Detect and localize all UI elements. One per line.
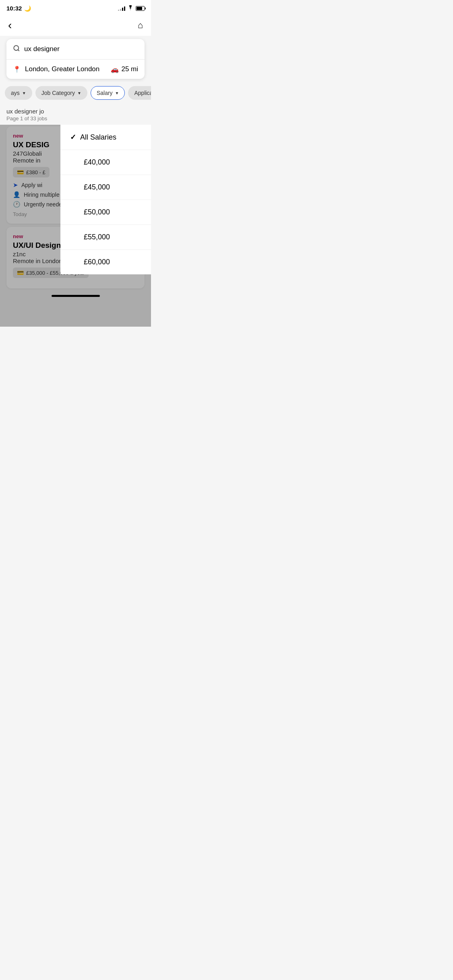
status-time: 10:32 <box>6 5 22 12</box>
distance-value[interactable]: 25 mi <box>121 65 138 73</box>
svg-line-1 <box>18 49 19 51</box>
salary-option-label-50k: £50,000 <box>84 208 110 216</box>
salary-option-50k[interactable]: £50,000 <box>60 200 151 225</box>
battery-icon <box>136 6 145 11</box>
salary-option-label-all: All Salaries <box>80 133 116 142</box>
results-query: ux designer jo <box>6 108 145 115</box>
chevron-down-icon: ▼ <box>115 91 119 95</box>
salary-option-45k[interactable]: £45,000 <box>60 175 151 200</box>
tab-days-label: ays <box>11 90 20 96</box>
results-count: Page 1 of 33 jobs <box>6 115 145 121</box>
salary-option-label-40k: £40,000 <box>84 158 110 167</box>
search-icon <box>13 45 20 54</box>
search-row[interactable]: ux designer <box>6 39 145 60</box>
nav-bar: ‹ ⌂ <box>0 15 151 36</box>
results-section: ux designer jo Page 1 of 33 jobs <box>0 104 151 123</box>
filter-tabs: ays ▼ Job Category ▼ Salary ▼ Applicatio… <box>0 82 151 104</box>
tab-application-label: Application <box>134 90 151 96</box>
chevron-down-icon: ▼ <box>22 91 26 95</box>
wifi-icon <box>127 5 134 11</box>
search-query[interactable]: ux designer <box>24 45 138 53</box>
location-icon: 📍 <box>13 66 21 73</box>
distance-wrap: 🚗 25 mi <box>111 65 138 73</box>
tab-application[interactable]: Application <box>128 86 151 100</box>
tab-job-category[interactable]: Job Category ▼ <box>35 86 87 100</box>
tab-salary[interactable]: Salary ▼ <box>91 86 125 100</box>
search-container: ux designer 📍 London, Greater London 🚗 2… <box>6 39 145 79</box>
status-bar: 10:32 🌙 <box>0 0 151 15</box>
salary-option-40k[interactable]: £40,000 <box>60 150 151 175</box>
back-button[interactable]: ‹ <box>8 19 12 32</box>
home-button[interactable]: ⌂ <box>138 20 143 31</box>
car-icon: 🚗 <box>111 66 119 73</box>
tab-salary-label: Salary <box>97 90 113 96</box>
salary-option-all[interactable]: ✓ All Salaries <box>60 125 151 150</box>
salary-dropdown: ✓ All Salaries £40,000 £45,000 £50,000 £… <box>60 125 151 274</box>
salary-option-label-45k: £45,000 <box>84 183 110 191</box>
svg-point-0 <box>14 45 19 50</box>
salary-option-55k[interactable]: £55,000 <box>60 225 151 250</box>
tab-days-partial[interactable]: ays ▼ <box>5 86 32 100</box>
salary-option-label-55k: £55,000 <box>84 233 110 241</box>
signal-icon <box>118 6 125 11</box>
check-mark-icon: ✓ <box>70 133 76 142</box>
moon-icon: 🌙 <box>24 5 31 12</box>
status-icons <box>118 5 145 11</box>
salary-option-label-60k: £60,000 <box>84 258 110 266</box>
location-value[interactable]: London, Greater London <box>25 65 111 73</box>
chevron-down-icon: ▼ <box>77 91 81 95</box>
salary-option-60k[interactable]: £60,000 <box>60 250 151 274</box>
tab-job-category-label: Job Category <box>41 90 75 96</box>
location-row[interactable]: 📍 London, Greater London 🚗 25 mi <box>6 60 145 79</box>
